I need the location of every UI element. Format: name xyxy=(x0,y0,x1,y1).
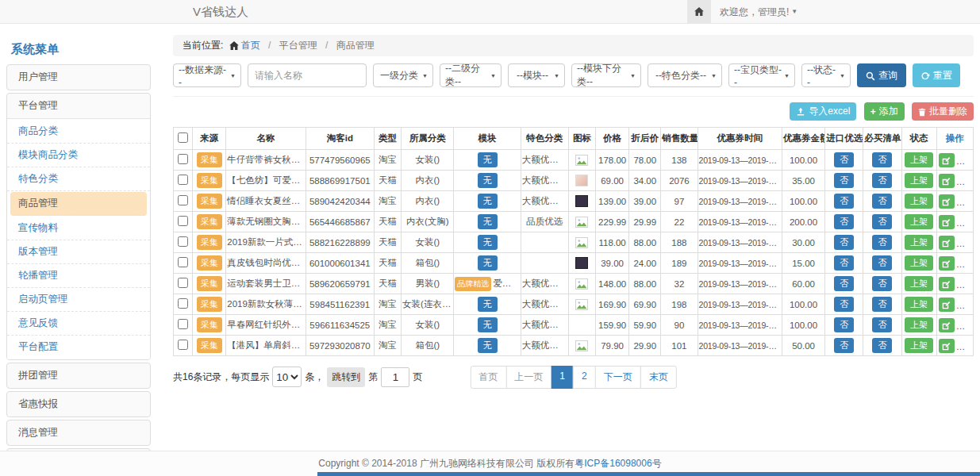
row-checkbox[interactable] xyxy=(178,278,188,288)
status-button[interactable]: 上架 xyxy=(905,276,933,291)
imported-toggle[interactable]: 否 xyxy=(834,194,854,209)
imported-toggle[interactable]: 否 xyxy=(834,276,854,291)
module-badge[interactable]: 无 xyxy=(478,173,498,188)
imported-toggle[interactable]: 否 xyxy=(834,152,854,167)
must-buy-toggle[interactable]: 否 xyxy=(872,152,892,167)
imported-toggle[interactable]: 否 xyxy=(834,235,854,250)
reset-button[interactable]: 重置 xyxy=(913,63,960,87)
sidebar-item-启动页管理[interactable]: 启动页管理 xyxy=(7,288,150,312)
status-button[interactable]: 上架 xyxy=(905,338,933,353)
sidebar-item-拼团管理[interactable]: 拼团管理 xyxy=(7,363,150,388)
edit-button[interactable] xyxy=(939,339,955,353)
edit-button[interactable] xyxy=(939,174,955,188)
imported-toggle[interactable]: 否 xyxy=(834,317,854,332)
module-badge[interactable]: 无 xyxy=(478,317,498,332)
sidebar-item-省惠快报[interactable]: 省惠快报 xyxy=(7,392,150,416)
row-checkbox[interactable] xyxy=(178,257,188,267)
per-page-select[interactable]: 10 xyxy=(272,367,302,387)
page-button-末页[interactable]: 末页 xyxy=(640,366,677,389)
row-checkbox[interactable] xyxy=(178,319,188,329)
filter-select-6[interactable]: --宝贝类型--▼ xyxy=(728,63,795,87)
must-buy-toggle[interactable]: 否 xyxy=(872,255,892,271)
must-buy-toggle[interactable]: 否 xyxy=(872,194,892,209)
module-badge[interactable]: 无 xyxy=(478,214,498,229)
row-checkbox[interactable] xyxy=(178,195,188,205)
status-button[interactable]: 上架 xyxy=(905,194,933,209)
sidebar-item-宣传物料[interactable]: 宣传物料 xyxy=(7,217,150,240)
status-button[interactable]: 上架 xyxy=(905,255,933,271)
select-all-checkbox[interactable] xyxy=(178,132,188,143)
module-badge[interactable]: 无 xyxy=(478,297,498,312)
imported-toggle[interactable]: 否 xyxy=(834,214,854,229)
filter-select-4[interactable]: --模块下分类--▼ xyxy=(571,63,641,87)
status-button[interactable]: 上架 xyxy=(905,173,933,188)
imported-toggle[interactable]: 否 xyxy=(834,173,854,188)
status-button[interactable]: 上架 xyxy=(905,235,933,250)
sidebar-item-轮播管理[interactable]: 轮播管理 xyxy=(7,264,150,288)
imported-toggle[interactable]: 否 xyxy=(834,255,854,271)
must-buy-toggle[interactable]: 否 xyxy=(872,214,892,229)
edit-button[interactable] xyxy=(939,256,955,271)
edit-button[interactable] xyxy=(939,318,955,332)
user-menu[interactable]: 欢迎您，管理员!▼ xyxy=(720,0,797,24)
query-button[interactable]: 查询 xyxy=(857,63,906,87)
home-button[interactable] xyxy=(687,0,711,23)
breadcrumb-home-link[interactable]: 首页 xyxy=(241,40,260,51)
must-buy-toggle[interactable]: 否 xyxy=(872,338,892,353)
filter-select-2[interactable]: --二级分类--▼ xyxy=(440,63,502,87)
edit-button[interactable] xyxy=(939,194,955,209)
status-button[interactable]: 上架 xyxy=(905,297,933,312)
add-button[interactable]: + 添加 xyxy=(864,102,905,121)
row-checkbox[interactable] xyxy=(178,154,188,164)
must-buy-toggle[interactable]: 否 xyxy=(872,173,892,188)
jump-page-input[interactable] xyxy=(381,367,409,387)
sidebar-item-商品分类[interactable]: 商品分类 xyxy=(7,120,150,144)
jump-button[interactable]: 跳转到 xyxy=(327,367,365,387)
icp-link[interactable]: 粤ICP备16098006号 xyxy=(575,458,661,469)
name-search-input[interactable] xyxy=(248,63,367,87)
sidebar-item-商品管理[interactable]: 商品管理 xyxy=(10,192,147,216)
sidebar-item-用户管理[interactable]: 用户管理 xyxy=(7,65,150,90)
page-button-2[interactable]: 2 xyxy=(573,366,596,389)
edit-button[interactable] xyxy=(939,298,955,312)
page-button-1[interactable]: 1 xyxy=(551,366,574,389)
filter-select-0[interactable]: --数据来源--▼ xyxy=(173,63,241,87)
filter-select-3[interactable]: --模块--▼ xyxy=(508,63,565,87)
edit-button[interactable] xyxy=(939,153,955,167)
imported-toggle[interactable]: 否 xyxy=(834,338,854,353)
sidebar-item-消息管理[interactable]: 消息管理 xyxy=(7,420,150,445)
filter-select-5[interactable]: --特色分类--▼ xyxy=(648,63,722,87)
module-badge[interactable]: 无 xyxy=(478,152,498,167)
must-buy-toggle[interactable]: 否 xyxy=(872,317,892,332)
edit-button[interactable] xyxy=(939,236,955,250)
row-checkbox[interactable] xyxy=(178,175,188,185)
status-button[interactable]: 上架 xyxy=(905,152,933,167)
row-checkbox[interactable] xyxy=(178,340,188,350)
page-button-下一页[interactable]: 下一页 xyxy=(595,366,641,389)
sidebar-item-版本管理[interactable]: 版本管理 xyxy=(7,240,150,264)
sidebar-item-平台配置[interactable]: 平台配置 xyxy=(7,336,150,359)
row-checkbox[interactable] xyxy=(178,298,188,309)
edit-button[interactable] xyxy=(939,277,955,291)
row-checkbox[interactable] xyxy=(178,236,188,247)
sidebar-item-模块商品分类[interactable]: 模块商品分类 xyxy=(7,144,150,167)
filter-select-1[interactable]: 一级分类▼ xyxy=(373,63,433,87)
module-badge[interactable]: 无 xyxy=(478,255,498,271)
sidebar-item-平台管理[interactable]: 平台管理 xyxy=(7,94,150,118)
sidebar-item-特色分类[interactable]: 特色分类 xyxy=(7,167,150,191)
must-buy-toggle[interactable]: 否 xyxy=(872,235,892,250)
must-buy-toggle[interactable]: 否 xyxy=(872,297,892,312)
import-excel-button[interactable]: 导入excel xyxy=(790,102,856,121)
filter-select-7[interactable]: --状态--▼ xyxy=(801,63,851,87)
status-button[interactable]: 上架 xyxy=(905,214,933,229)
imported-toggle[interactable]: 否 xyxy=(834,297,854,312)
module-badge[interactable]: 无 xyxy=(478,235,498,250)
module-badge[interactable]: 无 xyxy=(478,194,498,209)
module-badge[interactable]: 无 xyxy=(478,338,498,353)
sidebar-item-意见反馈[interactable]: 意见反馈 xyxy=(7,312,150,336)
status-button[interactable]: 上架 xyxy=(905,317,933,332)
must-buy-toggle[interactable]: 否 xyxy=(872,276,892,291)
edit-button[interactable] xyxy=(939,215,955,229)
batch-delete-button[interactable]: 批量删除 xyxy=(912,102,974,121)
row-checkbox[interactable] xyxy=(178,216,188,226)
